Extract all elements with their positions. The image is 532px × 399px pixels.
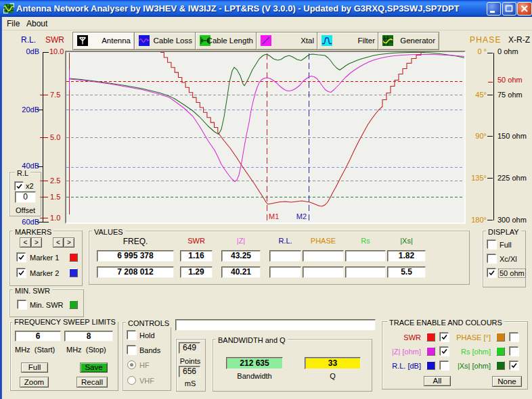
svg-text:M2: M2 [296,212,307,220]
svg-text:M1: M1 [269,212,279,220]
